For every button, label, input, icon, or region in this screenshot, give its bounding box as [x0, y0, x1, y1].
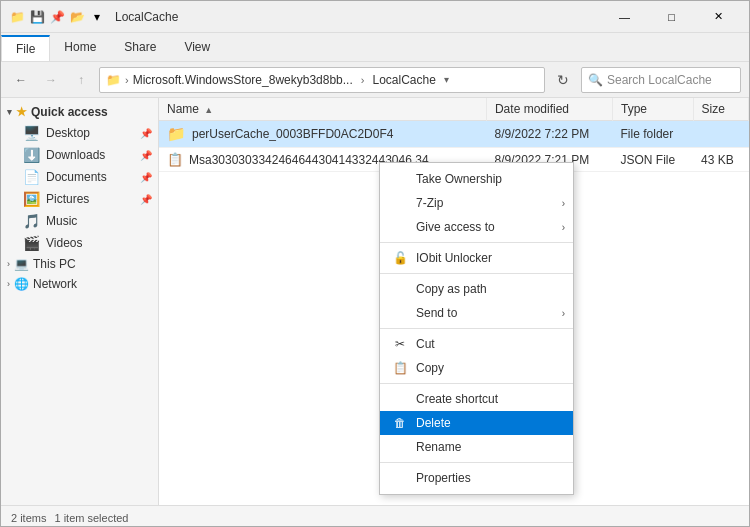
ctx-copy-path[interactable]: Copy as path: [380, 277, 573, 301]
quick-access-chevron: ▾: [7, 107, 12, 117]
table-row[interactable]: 📁 perUserCache_0003BFFD0AC2D0F4 8/9/2022…: [159, 121, 749, 148]
ctx-take-ownership[interactable]: Take Ownership: [380, 167, 573, 191]
folder-title-icon: 📂: [69, 9, 85, 25]
pictures-icon: 🖼️: [23, 191, 40, 207]
file-table: Name ▲ Date modified Type Size 📁 perUser…: [159, 98, 749, 172]
file-type-cell: JSON File: [613, 148, 693, 172]
this-pc-header[interactable]: › 💻 This PC: [1, 254, 158, 274]
back-button[interactable]: ←: [9, 68, 33, 92]
title-bar-icons: 📁 💾 📌 📂 ▾: [9, 9, 105, 25]
this-pc-chevron: ›: [7, 259, 10, 269]
ctx-send-to-label: Send to: [416, 306, 457, 320]
tab-view[interactable]: View: [170, 33, 224, 61]
status-selected: 1 item selected: [54, 512, 128, 524]
sidebar-desktop-label: Desktop: [46, 126, 90, 140]
file-area: Name ▲ Date modified Type Size 📁 perUser…: [159, 98, 749, 505]
path-part-store: Microsoft.WindowsStore_8wekyb3d8bb...: [133, 73, 353, 87]
json-file-icon: 📋: [167, 152, 183, 167]
ctx-properties[interactable]: Properties: [380, 466, 573, 490]
col-date[interactable]: Date modified: [486, 98, 612, 121]
sidebar-pictures-label: Pictures: [46, 192, 89, 206]
ctx-separator-5: [380, 462, 573, 463]
ctx-separator-4: [380, 383, 573, 384]
tab-file[interactable]: File: [1, 35, 50, 61]
iobit-icon: 🔓: [392, 251, 408, 265]
ctx-separator-1: [380, 242, 573, 243]
network-chevron: ›: [7, 279, 10, 289]
ctx-7zip[interactable]: 7-Zip ›: [380, 191, 573, 215]
7zip-arrow-icon: ›: [562, 198, 565, 209]
sidebar-downloads-label: Downloads: [46, 148, 105, 162]
window-title: LocalCache: [115, 10, 178, 24]
downloads-pin-icon: 📌: [140, 150, 152, 161]
main-layout: ▾ ★ Quick access 🖥️ Desktop 📌 ⬇️ Downloa…: [1, 98, 749, 505]
quick-access-header[interactable]: ▾ ★ Quick access: [1, 102, 158, 122]
network-label: Network: [33, 277, 77, 291]
desktop-pin-icon: 📌: [140, 128, 152, 139]
sort-arrow: ▲: [204, 105, 213, 115]
give-access-arrow-icon: ›: [562, 222, 565, 233]
music-icon: 🎵: [23, 213, 40, 229]
address-path[interactable]: 📁 › Microsoft.WindowsStore_8wekyb3d8bb..…: [99, 67, 545, 93]
quick-access-label: Quick access: [31, 105, 108, 119]
ctx-create-shortcut[interactable]: Create shortcut: [380, 387, 573, 411]
path-separator-2: ›: [361, 74, 365, 86]
ctx-cut[interactable]: ✂ Cut: [380, 332, 573, 356]
ribbon-tabs: File Home Share View: [1, 33, 749, 61]
col-type[interactable]: Type: [613, 98, 693, 121]
col-size[interactable]: Size: [693, 98, 748, 121]
copy-icon: 📋: [392, 361, 408, 375]
ctx-separator-2: [380, 273, 573, 274]
sidebar-item-documents[interactable]: 📄 Documents 📌: [1, 166, 158, 188]
delete-icon: 🗑: [392, 416, 408, 430]
forward-button[interactable]: →: [39, 68, 63, 92]
ctx-create-shortcut-label: Create shortcut: [416, 392, 498, 406]
maximize-button[interactable]: □: [649, 2, 694, 32]
ctx-send-to[interactable]: Send to ›: [380, 301, 573, 325]
ctx-iobit[interactable]: 🔓 IObit Unlocker: [380, 246, 573, 270]
table-header-row: Name ▲ Date modified Type Size: [159, 98, 749, 121]
videos-icon: 🎬: [23, 235, 40, 251]
sidebar-music-label: Music: [46, 214, 77, 228]
sidebar-videos-label: Videos: [46, 236, 82, 250]
ctx-iobit-label: IObit Unlocker: [416, 251, 492, 265]
minimize-button[interactable]: —: [602, 2, 647, 32]
ctx-copy[interactable]: 📋 Copy: [380, 356, 573, 380]
sidebar-item-videos[interactable]: 🎬 Videos: [1, 232, 158, 254]
pin-icon: 📌: [49, 9, 65, 25]
path-part-localcache: LocalCache: [372, 73, 435, 87]
network-icon: 🌐: [14, 277, 29, 291]
close-button[interactable]: ✕: [696, 2, 741, 32]
up-button[interactable]: ↑: [69, 68, 93, 92]
sidebar-item-desktop[interactable]: 🖥️ Desktop 📌: [1, 122, 158, 144]
status-bar: 2 items 1 item selected: [1, 505, 749, 527]
quick-access-star: ★: [16, 105, 27, 119]
tab-share[interactable]: Share: [110, 33, 170, 61]
ctx-delete-label: Delete: [416, 416, 451, 430]
chevron-title-icon: ▾: [89, 9, 105, 25]
ctx-rename[interactable]: Rename: [380, 435, 573, 459]
ctx-properties-label: Properties: [416, 471, 471, 485]
sidebar-item-pictures[interactable]: 🖼️ Pictures 📌: [1, 188, 158, 210]
tab-home[interactable]: Home: [50, 33, 110, 61]
file-name-cell: 📁 perUserCache_0003BFFD0AC2D0F4: [159, 121, 486, 148]
search-box[interactable]: 🔍 Search LocalCache: [581, 67, 741, 93]
sidebar-item-music[interactable]: 🎵 Music: [1, 210, 158, 232]
ctx-give-access[interactable]: Give access to ›: [380, 215, 573, 239]
folder-icon: 📁: [167, 125, 186, 143]
network-header[interactable]: › 🌐 Network: [1, 274, 158, 294]
sidebar-item-downloads[interactable]: ⬇️ Downloads 📌: [1, 144, 158, 166]
ctx-delete[interactable]: 🗑 Delete: [380, 411, 573, 435]
app-icon: 📁: [9, 9, 25, 25]
ctx-cut-label: Cut: [416, 337, 435, 351]
ctx-separator-3: [380, 328, 573, 329]
sidebar-documents-label: Documents: [46, 170, 107, 184]
search-icon: 🔍: [588, 73, 603, 87]
refresh-button[interactable]: ↻: [551, 68, 575, 92]
file-date-cell: 8/9/2022 7:22 PM: [486, 121, 612, 148]
ctx-copy-path-label: Copy as path: [416, 282, 487, 296]
col-name[interactable]: Name ▲: [159, 98, 486, 121]
path-dropdown-chevron[interactable]: ▾: [444, 74, 449, 85]
window-controls: — □ ✕: [602, 2, 741, 32]
status-item-count: 2 items: [11, 512, 46, 524]
